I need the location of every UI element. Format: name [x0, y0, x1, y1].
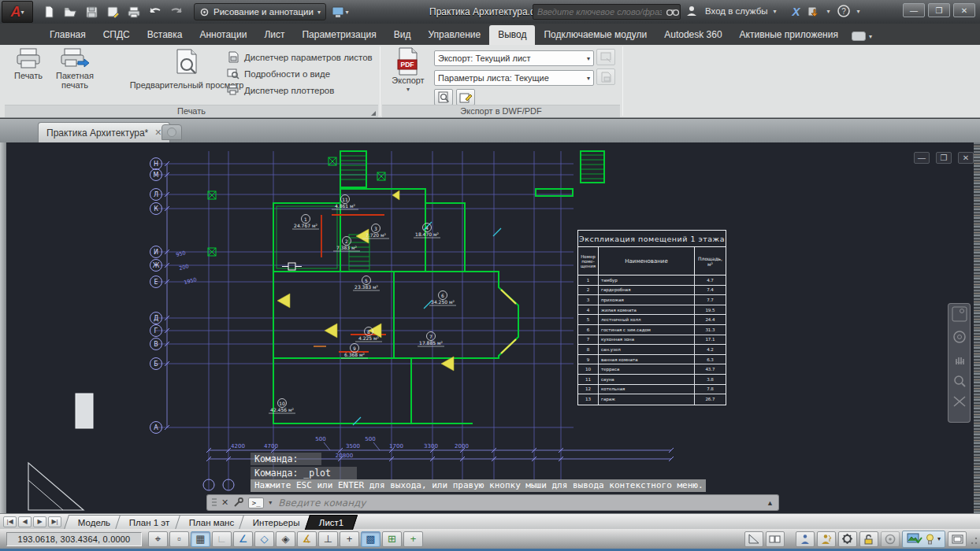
prev-layout-button[interactable]: ◀ — [18, 516, 32, 527]
next-layout-button[interactable]: ▶ — [33, 516, 46, 527]
expand-history-icon[interactable]: ▲ — [767, 499, 774, 507]
object-snap-toggle[interactable]: ◇ — [254, 531, 274, 547]
drawing-canvas[interactable]: 4200470035001700330020005005002080095020… — [0, 142, 980, 513]
quick-properties-toggle[interactable]: ⊞ — [382, 531, 402, 547]
ribbon-tab-Активные приложения[interactable]: Активные приложения — [731, 25, 847, 45]
document-tab[interactable]: Практика Архитектура* ✕ — [38, 122, 170, 142]
object-snap-3d-toggle[interactable]: ◈ — [276, 531, 295, 547]
print-panel-item[interactable]: Диспетчер плоттеров — [227, 84, 373, 96]
preview-small-button[interactable] — [434, 89, 453, 105]
layout-tab-Лист1[interactable]: Лист1 — [305, 515, 358, 530]
undo-button[interactable] — [146, 3, 165, 20]
ribbon-tab-Autodesk 360[interactable]: Autodesk 360 — [655, 25, 730, 45]
performance-dropdown-icon[interactable]: ▾ — [937, 535, 941, 542]
svg-text:7.720 м²: 7.720 м² — [366, 232, 387, 238]
command-input-bar[interactable]: ✕ >_ ▾ ▲ — [206, 494, 779, 511]
lock-icon[interactable] — [859, 531, 878, 547]
annotation-autoscale-icon[interactable] — [817, 531, 836, 547]
navigation-bar[interactable] — [948, 303, 971, 423]
page-setup-edit-button[interactable] — [456, 89, 475, 105]
drawing-window-controls: — ❐ ✕ — [914, 152, 974, 164]
drawing-close-button[interactable]: ✕ — [958, 152, 974, 164]
close-button[interactable]: ✕ — [953, 3, 975, 17]
print-panel-item[interactable]: Диспетчер параметров листов — [227, 51, 373, 63]
annotation-scale-gear-icon[interactable] — [838, 531, 857, 547]
quick-view-layouts-icon[interactable] — [766, 531, 785, 547]
steering-wheel-icon[interactable] — [952, 330, 967, 344]
annotation-visibility-icon[interactable] — [796, 531, 815, 547]
batch-print-button[interactable]: Пакетная печать — [50, 47, 99, 90]
ribbon-tab-СПДС[interactable]: СПДС — [95, 25, 139, 45]
drawing-minimize-button[interactable]: — — [914, 152, 930, 164]
minimize-button[interactable]: — — [903, 3, 925, 17]
ribbon-tab-Главная[interactable]: Главная — [41, 25, 95, 45]
export-button[interactable]: PDF Экспорт ▾ — [387, 47, 429, 94]
orbit-icon[interactable] — [953, 396, 966, 407]
layout-tab-Интерьеры[interactable]: Интерьеры — [239, 515, 314, 530]
ribbon-tab-Вид[interactable]: Вид — [385, 25, 420, 45]
new-file-button[interactable] — [39, 3, 58, 20]
ribbon-tab-Подключаемые модули[interactable]: Подключаемые модули — [535, 25, 655, 45]
ribbon-tab-Аннотации[interactable]: Аннотации — [191, 25, 255, 45]
ribbon-overflow-icon[interactable]: ▾ — [852, 31, 872, 45]
print-button[interactable]: Печать — [8, 47, 49, 80]
layout-tab-План 1 эт[interactable]: План 1 эт — [115, 515, 184, 530]
full-nav-wheel-icon[interactable] — [952, 306, 967, 322]
signin-button[interactable]: Вход в службы — [705, 6, 768, 16]
app-menu-button[interactable]: A▾ — [2, 1, 33, 23]
transparency-toggle[interactable]: ▩ — [361, 531, 380, 547]
polar-tracking-toggle[interactable]: ∠ — [233, 531, 253, 547]
exchange-apps-icon[interactable]: X — [793, 5, 800, 18]
grid-snap-toggle[interactable]: ▫ — [169, 531, 189, 547]
export-scope-dropdown[interactable]: Экспорт: Текущий лист▾ — [434, 50, 594, 66]
close-command-icon[interactable]: ✕ — [221, 497, 228, 508]
paper-space-icon[interactable] — [744, 531, 763, 547]
zoom-icon[interactable] — [952, 374, 967, 388]
layout-tab-План манс[interactable]: План манс — [175, 515, 249, 530]
new-document-tab-button[interactable] — [161, 124, 182, 140]
save-as-button[interactable] — [103, 3, 122, 20]
plot-button[interactable] — [124, 3, 143, 20]
help-search-box[interactable] — [533, 4, 681, 20]
panel-launcher-icon[interactable] — [371, 111, 376, 116]
object-snap-tracking-toggle[interactable]: ∡ — [297, 531, 317, 547]
print-panel-item[interactable]: Подробности о виде — [227, 68, 373, 80]
dynamic-ucs-toggle[interactable]: ⊥ — [318, 531, 338, 547]
svg-text:Н: Н — [154, 161, 158, 168]
redo-button[interactable] — [167, 3, 186, 20]
command-prompt-icon[interactable]: >_ — [248, 497, 264, 508]
ribbon-tab-Вывод[interactable]: Вывод — [489, 25, 535, 45]
display-settings-button[interactable]: ▾ — [331, 3, 350, 20]
ribbon-tab-Параметризация[interactable]: Параметризация — [293, 25, 384, 45]
svg-text:24.767 м²: 24.767 м² — [294, 223, 317, 228]
selection-cycling-toggle[interactable]: + — [403, 531, 423, 547]
help-icon[interactable]: ? — [836, 2, 852, 20]
save-button[interactable] — [82, 3, 101, 20]
pan-hand-icon[interactable] — [952, 352, 967, 366]
grid-display-toggle[interactable]: ▦ — [191, 531, 210, 547]
updates-icon[interactable] — [806, 2, 822, 20]
ortho-mode-toggle[interactable]: ∟ — [212, 531, 232, 547]
drawing-restore-button[interactable]: ❐ — [936, 152, 952, 164]
command-dropdown-icon[interactable]: ▾ — [269, 499, 272, 506]
drag-handle-icon[interactable] — [212, 498, 217, 508]
performance-tuner-group[interactable]: ▾ — [902, 531, 945, 548]
ribbon-tab-Управление[interactable]: Управление — [419, 25, 489, 45]
restore-button[interactable]: ❐ — [928, 3, 950, 17]
workspace-switcher[interactable]: Рисование и аннотации ▾ — [194, 3, 326, 20]
clean-screen-icon[interactable] — [948, 531, 967, 547]
search-input[interactable] — [533, 7, 666, 17]
svg-text:23.383 м²: 23.383 м² — [355, 284, 378, 290]
ribbon-tab-Лист[interactable]: Лист — [255, 25, 293, 45]
command-input[interactable] — [277, 497, 762, 509]
dynamic-input-toggle[interactable]: + — [340, 531, 359, 547]
open-file-button[interactable] — [61, 3, 80, 20]
snap-mode-toggle[interactable]: ⌖ — [148, 531, 168, 547]
page-setup-dropdown[interactable]: Параметры листа: Текущие▾ — [434, 70, 594, 86]
steering-wheel-status-icon[interactable] — [881, 531, 900, 547]
first-layout-button[interactable]: |◀ — [3, 516, 17, 527]
window-edge-left — [0, 142, 6, 513]
last-layout-button[interactable]: ▶| — [48, 516, 61, 527]
wrench-icon[interactable] — [233, 497, 243, 508]
ribbon-tab-Вставка[interactable]: Вставка — [139, 25, 191, 45]
